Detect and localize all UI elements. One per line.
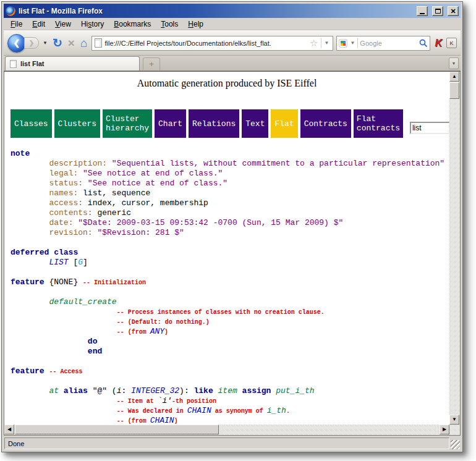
scroll-left-button[interactable]: ◀: [4, 425, 14, 434]
code-line: do: [11, 337, 449, 347]
new-tab-button[interactable]: +: [143, 57, 160, 70]
code-line: [11, 287, 449, 297]
code-line: revision: "$Revision: 281 $": [11, 228, 449, 238]
tab-label: list Flat: [20, 60, 45, 67]
maximize-button[interactable]: [432, 6, 443, 16]
menu-item-tools[interactable]: Tools: [156, 19, 183, 30]
kaspersky-icon[interactable]: K: [433, 38, 443, 49]
menu-item-history[interactable]: History: [76, 19, 109, 30]
code-line: legal: "See notice at end of class.": [11, 169, 449, 179]
menu-item-bookmarks[interactable]: Bookmarks: [109, 19, 156, 30]
resize-grip[interactable]: [451, 440, 460, 449]
minimize-button[interactable]: [417, 6, 428, 16]
doc-nav-buttons: ClassesClustersCluster hierarchyChartRel…: [11, 109, 449, 138]
menu-item-file[interactable]: File: [6, 19, 27, 30]
doc-nav-chart[interactable]: Chart: [155, 109, 186, 138]
home-button[interactable]: ⌂: [79, 37, 88, 49]
goto-label: Go to:: [410, 111, 439, 121]
browser-window: list Flat - Mozilla Firefox ✕ FileEditVi…: [1, 1, 463, 452]
code-line: feature -- Access: [11, 366, 449, 376]
tab-favicon-icon: [10, 60, 17, 68]
url-text[interactable]: file:///C:/Eiffel Projects/tour/Document…: [104, 40, 307, 47]
menu-item-edit[interactable]: Edit: [27, 19, 50, 30]
code-line: -- (from ANY): [11, 327, 449, 337]
menu-item-view[interactable]: View: [50, 19, 76, 30]
stop-button[interactable]: ×: [67, 37, 76, 49]
back-icon: ❮: [14, 38, 20, 48]
code-line: end: [11, 347, 449, 357]
window-title: list Flat - Mozilla Firefox: [19, 7, 412, 15]
goto-panel: Go to:: [406, 109, 449, 138]
refresh-button[interactable]: ↻: [51, 37, 64, 49]
code-line: [11, 357, 449, 366]
code-line: feature {NONE} -- Initialization: [11, 277, 449, 287]
doc-nav-relations[interactable]: Relations: [189, 109, 239, 138]
code-line: [11, 268, 449, 277]
forward-button[interactable]: ❯: [24, 37, 39, 49]
scroll-right-button[interactable]: ▶: [440, 425, 449, 434]
scroll-up-button[interactable]: ▲: [449, 72, 459, 82]
minimize-icon: [420, 13, 425, 14]
doc-nav-classes[interactable]: Classes: [11, 109, 52, 138]
tab-list-flat[interactable]: list Flat: [5, 56, 140, 70]
horizontal-scrollbar[interactable]: ◀ ▶: [4, 425, 449, 435]
history-dropdown-button[interactable]: ▼: [42, 40, 48, 46]
code-line: -- Process instances of classes with no …: [11, 307, 449, 317]
doc-nav-flat-contracts[interactable]: Flat contracts: [354, 109, 403, 138]
menu-bar: FileEditViewHistoryBookmarksToolsHelp: [4, 18, 461, 30]
bookmark-star-icon[interactable]: ☆: [310, 38, 318, 48]
scroll-down-button[interactable]: ▼: [449, 415, 459, 425]
goto-input[interactable]: [410, 122, 449, 134]
code-line: contents: generic: [11, 208, 449, 218]
k-key-button[interactable]: K: [446, 38, 457, 48]
code-line: [11, 376, 449, 386]
tab-list-dropdown-button[interactable]: ▾: [449, 57, 459, 69]
url-bar[interactable]: file:///C:/Eiffel Projects/tour/Document…: [91, 36, 333, 51]
doc-nav-flat[interactable]: Flat: [271, 109, 297, 138]
code-line: [11, 238, 449, 248]
maximize-icon: [435, 9, 441, 14]
page-content: Automatic generation produced by ISE Eif…: [4, 72, 449, 425]
horizontal-scrollbar-thumb[interactable]: [15, 425, 219, 434]
close-button[interactable]: ✕: [448, 6, 459, 16]
google-icon: [339, 39, 347, 48]
code-line: names: list, sequence: [11, 188, 449, 198]
code-line: at alias "@" (i: INTEGER_32): like item …: [11, 386, 449, 396]
back-button[interactable]: ❮: [7, 34, 26, 53]
scrollbar-corner: [449, 425, 460, 435]
code-line: LIST [G]: [11, 258, 449, 268]
code-line: default_create: [11, 297, 449, 307]
code-line: status: "See notice at end of class.": [11, 179, 449, 188]
code-block: note description: "Sequential lists, wit…: [11, 149, 449, 425]
navigation-toolbar: ❮ ❯ ▼ ↻ × ⌂ file:///C:/Eiffel Projects/t…: [4, 30, 461, 56]
tab-bar: list Flat + ▾: [4, 56, 461, 71]
search-box[interactable]: ▼: [336, 36, 430, 51]
status-text: Done: [4, 438, 449, 449]
forward-icon: ❯: [29, 40, 34, 46]
doc-nav-contracts[interactable]: Contracts: [300, 109, 351, 138]
doc-nav-text[interactable]: Text: [242, 109, 268, 138]
status-bar: Done: [4, 436, 461, 450]
code-line: description: "Sequential lists, without …: [11, 159, 449, 169]
search-magnifier-icon[interactable]: [419, 39, 428, 48]
url-dropdown-button[interactable]: ▼: [321, 38, 331, 48]
vertical-scrollbar[interactable]: ▲ ▼: [449, 72, 460, 425]
content-frame: Automatic generation produced by ISE Eif…: [4, 71, 461, 436]
code-line: date: "$Date: 2009-03-15 09:53:42 -0700 …: [11, 218, 449, 228]
code-line: access: index, cursor, membership: [11, 198, 449, 208]
firefox-icon: [6, 6, 15, 16]
code-line: -- (Default: do nothing.): [11, 317, 449, 327]
search-input[interactable]: [360, 40, 417, 47]
doc-nav-cluster-hierarchy[interactable]: Cluster hierarchy: [103, 109, 152, 138]
page-favicon-icon: [95, 38, 102, 48]
code-line: -- (from CHAIN): [11, 416, 449, 425]
page-title: Automatic generation produced by ISE Eif…: [4, 78, 449, 89]
menu-item-help[interactable]: Help: [183, 19, 208, 30]
code-line: -- Item at `i'-th position: [11, 396, 449, 406]
doc-nav-clusters[interactable]: Clusters: [54, 109, 100, 138]
code-line: -- Was declared in CHAIN as synonym of i…: [11, 406, 449, 416]
vertical-scrollbar-thumb[interactable]: [449, 82, 459, 99]
code-line: note: [11, 149, 449, 159]
code-line: deferred class: [11, 248, 449, 258]
search-engine-dropdown[interactable]: ▼: [349, 38, 358, 48]
